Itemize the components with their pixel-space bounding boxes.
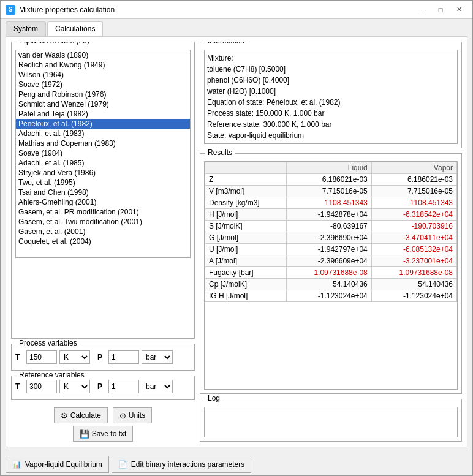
col-liquid: Liquid	[286, 162, 371, 174]
equation-group: Equation of state (20) van der Waals (18…	[11, 42, 195, 339]
process-p-unit-select[interactable]: barMPaatmkPa	[142, 350, 173, 364]
equation-item-15[interactable]: Ahlers-Gmehling (2001)	[16, 197, 190, 207]
bottom-bar: 📊 Vapor-liquid Equilibrium 📄 Edit binary…	[1, 452, 472, 475]
information-group: Information Mixture: toluene (C7H8) [0.5…	[200, 42, 462, 148]
units-label: Units	[129, 411, 145, 420]
equation-item-17[interactable]: Gasem, et al. Twu modification (2001)	[16, 217, 190, 227]
vapor-liquid-icon: 📊	[12, 460, 21, 469]
equation-item-5[interactable]: Schmidt and Wenzel (1979)	[16, 99, 190, 109]
left-panel: Equation of state (20) van der Waals (18…	[11, 42, 195, 442]
results-table: Liquid Vapor Z6.186021e-036.186021e-03V …	[205, 162, 457, 302]
window-title: Mixture properties calculation	[19, 6, 414, 14]
table-row: G [J/mol]-2.396690e+04-3.470411e+04	[205, 232, 457, 244]
equation-item-11[interactable]: Adachi, et al. (1985)	[16, 158, 190, 168]
process-variables-group: Process variables T K°C P barMPaatmkPa	[11, 344, 195, 371]
equation-item-19[interactable]: Coquelet, et al. (2004)	[16, 236, 190, 246]
table-row: V [m3/mol]7.715016e-057.715016e-05	[205, 186, 457, 197]
btn-row-1: ⚙ Calculate ⊙ Units	[54, 407, 152, 423]
titlebar: S Mixture properties calculation − □ ✕	[1, 1, 472, 19]
ref-t-label: T	[15, 382, 24, 391]
ref-p-label: P	[97, 382, 106, 391]
calculate-button[interactable]: ⚙ Calculate	[54, 407, 108, 423]
ref-t-unit-select[interactable]: K°C	[59, 380, 90, 393]
close-button[interactable]: ✕	[450, 3, 467, 17]
process-p-label: P	[97, 353, 106, 361]
ref-p-input[interactable]	[108, 380, 139, 393]
vapor-liquid-label: Vapor-liquid Equilibrium	[25, 460, 102, 469]
tab-calculations[interactable]: Calculations	[47, 21, 103, 36]
equation-item-10[interactable]: Soave (1984)	[16, 148, 190, 158]
equation-item-13[interactable]: Twu, et al. (1995)	[16, 178, 190, 187]
equation-item-0[interactable]: van der Waals (1890)	[16, 50, 190, 60]
table-row: U [J/mol]-1.942797e+04-6.085132e+04	[205, 244, 457, 255]
col-vapor: Vapor	[371, 162, 456, 174]
information-content: Mixture: toluene (C7H8) [0.5000] phenol …	[204, 50, 458, 144]
units-button[interactable]: ⊙ Units	[113, 407, 152, 423]
table-row: S [J/molK]-80.639167-190.703916	[205, 221, 457, 232]
equation-list[interactable]: van der Waals (1890)Redlich and Kwong (1…	[15, 50, 191, 258]
equation-item-18[interactable]: Gasem, et al. (2001)	[16, 227, 190, 236]
edit-binary-icon: 📄	[118, 460, 127, 469]
reference-vars-title: Reference variables	[17, 371, 87, 379]
table-row: Z6.186021e-036.186021e-03	[205, 174, 457, 186]
minimize-button[interactable]: −	[414, 3, 431, 17]
content-area: Equation of state (20) van der Waals (18…	[6, 36, 467, 447]
btn-row-2: 💾 Save to txt	[73, 426, 134, 442]
window-controls: − □ ✕	[414, 3, 467, 17]
results-title: Results	[205, 148, 235, 157]
results-group: Results Liquid Vapor Z6.186021e-036.1860…	[200, 153, 462, 394]
log-content	[204, 407, 458, 437]
reference-temp-row: T K°C P barMPaatmkPa	[15, 380, 191, 393]
tab-system[interactable]: System	[6, 21, 46, 36]
process-p-input[interactable]	[108, 350, 139, 364]
process-t-unit-select[interactable]: K°C	[59, 350, 90, 364]
equation-item-14[interactable]: Tsai and Chen (1998)	[16, 187, 190, 197]
equation-group-title: Equation of state (20)	[17, 42, 92, 45]
process-vars-title: Process variables	[17, 339, 80, 347]
col-property	[205, 162, 287, 174]
log-group: Log	[200, 399, 462, 442]
tab-bar: System Calculations	[1, 19, 472, 36]
edit-binary-button[interactable]: 📄 Edit binary interactions parameters	[112, 456, 251, 473]
table-row: IG H [J/mol]-1.123024e+04-1.123024e+04	[205, 290, 457, 302]
ref-p-unit-select[interactable]: barMPaatmkPa	[142, 380, 173, 393]
right-panel: Information Mixture: toluene (C7H8) [0.5…	[200, 42, 462, 442]
equation-item-16[interactable]: Gasem, et al. PR modification (2001)	[16, 207, 190, 217]
equation-item-9[interactable]: Mathias and Copeman (1983)	[16, 138, 190, 148]
save-button[interactable]: 💾 Save to txt	[73, 426, 134, 442]
ref-t-input[interactable]	[26, 380, 57, 393]
calculate-icon: ⚙	[61, 411, 68, 420]
edit-binary-label: Edit binary interactions parameters	[131, 460, 244, 469]
save-label: Save to txt	[92, 429, 127, 438]
equation-item-8[interactable]: Adachi, et al. (1983)	[16, 129, 190, 138]
units-icon: ⊙	[119, 411, 126, 420]
vapor-liquid-button[interactable]: 📊 Vapor-liquid Equilibrium	[6, 456, 109, 473]
results-table-wrapper[interactable]: Liquid Vapor Z6.186021e-036.186021e-03V …	[204, 161, 458, 390]
main-layout: Equation of state (20) van der Waals (18…	[11, 42, 462, 442]
equation-item-4[interactable]: Peng and Robinson (1976)	[16, 89, 190, 99]
calculate-label: Calculate	[70, 411, 101, 420]
equation-item-7[interactable]: Péneloux, et al. (1982)	[16, 119, 190, 129]
table-row: H [J/mol]-1.942878e+04-6.318542e+04	[205, 209, 457, 221]
table-row: A [J/mol]-2.396609e+04-3.237001e+04	[205, 255, 457, 267]
table-row: Fugacity [bar]1.09731688e-081.09731688e-…	[205, 267, 457, 279]
process-t-label: T	[15, 353, 24, 361]
process-temp-row: T K°C P barMPaatmkPa	[15, 350, 191, 364]
action-buttons: ⚙ Calculate ⊙ Units 💾 Save to txt	[11, 407, 195, 442]
equation-item-1[interactable]: Redlich and Kwong (1949)	[16, 60, 190, 70]
process-t-input[interactable]	[26, 350, 57, 364]
equation-item-3[interactable]: Soave (1972)	[16, 80, 190, 89]
save-icon: 💾	[80, 429, 89, 439]
equation-item-2[interactable]: Wilson (1964)	[16, 70, 190, 80]
equation-item-12[interactable]: Stryjek and Vera (1986)	[16, 168, 190, 178]
reference-variables-group: Reference variables T K°C P barMPaatmkPa	[11, 376, 195, 400]
equation-item-6[interactable]: Patel and Teja (1982)	[16, 109, 190, 119]
main-window: S Mixture properties calculation − □ ✕ S…	[0, 0, 473, 476]
maximize-button[interactable]: □	[432, 3, 449, 17]
app-icon: S	[6, 5, 15, 15]
table-row: Cp [J/molK]54.14043654.140436	[205, 279, 457, 290]
log-title: Log	[205, 394, 222, 402]
information-title: Information	[205, 42, 247, 45]
table-row: Density [kg/m3]1108.4513431108.451343	[205, 197, 457, 209]
